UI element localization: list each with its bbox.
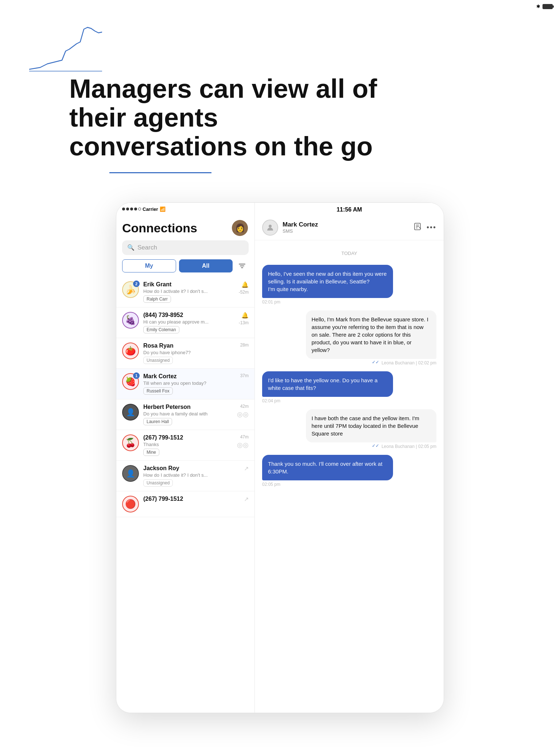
contact-meta: ↗ [244,496,249,503]
contact-info: (267) 799-1512 Thanks Mine [143,434,233,456]
contact-time: 47m [240,434,249,440]
contact-preview: Till when are you open today? [143,380,236,386]
chat-header-actions: ••• [413,222,436,232]
signal-dot-1 [122,208,125,210]
chat-contact-type: SMS [283,228,409,234]
contact-tag: Lauren Hall [143,418,172,425]
check-icon: ✓✓ [372,360,379,365]
search-bar[interactable]: 🔍 Search [122,240,249,255]
search-icon: 🔍 [127,244,135,251]
contact-tag: Russell Fox [143,387,173,395]
avatar-img: 👩 [232,220,248,236]
contact-time: -13m [239,320,249,325]
message-time: 02:01 pm [262,299,280,305]
message-meta: ✓✓ Leona Buchanan | 02:05 pm [372,442,436,449]
contact-info: Erik Grant How do I activate it? I don't… [143,281,234,303]
contact-info: (844) 739-8952 Hi can you please approve… [143,312,234,333]
chat-messages: TODAY Hello, I've seen the new ad on thi… [255,240,444,713]
contact-meta: 🔔 -52m [239,281,249,295]
contact-meta: 🔔 -13m [239,312,249,325]
tab-my[interactable]: My [122,259,176,272]
contact-preview: How do I activate it? I don't s... [143,289,234,294]
contact-meta: 47m ◎◎ [237,434,249,449]
contact-meta: ↗ [244,465,249,472]
signal-dot-4 [134,208,137,210]
date-divider: TODAY [262,251,436,256]
contact-avatar: 👤 [122,404,139,421]
message-item: Hello, I'm Mark from the Bellevue square… [262,310,436,365]
right-status-bar: 11:56 AM ✱ [255,203,444,215]
message-item: I have both the case and the yellow item… [262,409,436,449]
filter-button[interactable] [236,259,249,272]
filter-icon [238,262,246,270]
chat-contact-info: Mark Cortez SMS [283,221,409,234]
hero-section: Managers can view all of their agents co… [0,0,560,188]
contact-item[interactable]: 🍓 1 Mark Cortez Till when are you open t… [116,369,254,399]
assign-icon: ◎◎ [237,410,249,418]
user-avatar[interactable]: 👩 [232,220,249,237]
contact-preview: Thanks [143,442,233,447]
notes-icon[interactable] [413,222,421,232]
carrier-label: Carrier [143,206,158,212]
unread-badge: 2 [133,280,140,287]
hero-title: Managers can view all of their agents co… [69,74,397,161]
contact-info: (267) 799-1512 [143,496,240,503]
left-status-bar: Carrier 📶 [116,203,254,214]
contact-time: 28m [240,342,249,348]
contact-name: Jackson Roy [143,465,240,472]
contact-item[interactable]: 👤 Jackson Roy How do I activate it? I do… [116,461,254,491]
contact-tag: Unassigned [143,357,173,364]
contact-info: Mark Cortez Till when are you open today… [143,373,236,395]
contact-meta: 37m [240,373,249,378]
avatar-circle: 🍅 [122,342,139,359]
contact-name: Herbert Peterson [143,404,233,410]
chart-decoration [29,22,102,73]
avatar-circle: 🍇 [122,312,139,329]
check-icon: ✓✓ [372,443,379,448]
contact-name: (267) 799-1512 [143,496,240,502]
contact-preview: How do I activate it? I don't s... [143,472,240,478]
tab-bar: My All [122,259,249,272]
message-time: 02:04 pm [262,398,280,403]
contact-info: Rosa Ryan Do you have iphone7? Unassigne… [143,342,236,364]
contact-meta: 28m [240,342,249,348]
contact-time: -52m [239,290,249,295]
avatar-circle: 👤 [122,404,139,421]
status-dots [122,208,141,210]
chat-header: Mark Cortez SMS ••• [255,215,444,240]
tab-all[interactable]: All [179,259,233,272]
contact-preview: Do you have a family deal with [143,411,233,417]
contact-info: Jackson Roy How do I activate it? I don'… [143,465,240,487]
message-time: Leona Buchanan | 02:02 pm [381,360,436,365]
unread-badge: 1 [133,372,140,379]
signal-dot-2 [126,208,129,210]
contact-item[interactable]: 👤 Herbert Peterson Do you have a family … [116,399,254,430]
message-bubble: I'd like to have the yellow one. Do you … [262,371,393,397]
contact-item[interactable]: 🍇 (844) 739-8952 Hi can you please appro… [116,307,254,338]
search-placeholder: Search [137,244,157,251]
chat-contact-avatar [262,220,278,236]
contact-avatar: 🍇 [122,312,139,329]
assign-icon: ◎◎ [237,441,249,449]
contact-tag: Mine [143,449,159,456]
status-left: Carrier 📶 [122,206,166,212]
bell-icon: 🔔 [241,312,249,319]
message-time: Leona Buchanan | 02:05 pm [381,444,436,449]
contact-item[interactable]: 🍒 (267) 799-1512 Thanks Mine 47m ◎◎ [116,430,254,461]
signal-dot-5 [138,208,141,210]
contact-info: Herbert Peterson Do you have a family de… [143,404,233,425]
message-meta: ✓✓ Leona Buchanan | 02:02 pm [372,359,436,365]
forward-icon: ↗ [244,465,249,472]
message-bubble: Hello, I'm Mark from the Bellevue square… [306,310,437,359]
contact-item[interactable]: 🔴 (267) 799-1512 ↗ [116,491,254,517]
contact-item[interactable]: 🍅 Rosa Ryan Do you have iphone7? Unassig… [116,338,254,369]
message-bubble: I have both the case and the yellow item… [306,409,437,442]
right-panel: 11:56 AM ✱ Mark Cortez SMS [255,203,444,713]
contact-avatar: 🍌 2 [122,281,139,298]
message-item: Hello, I've seen the new ad on this item… [262,265,436,305]
svg-point-4 [269,225,272,228]
more-options-button[interactable]: ••• [427,223,436,232]
underline-decoration [109,172,211,173]
notes-svg [413,222,421,231]
contact-item[interactable]: 🍌 2 Erik Grant How do I activate it? I d… [116,277,254,307]
